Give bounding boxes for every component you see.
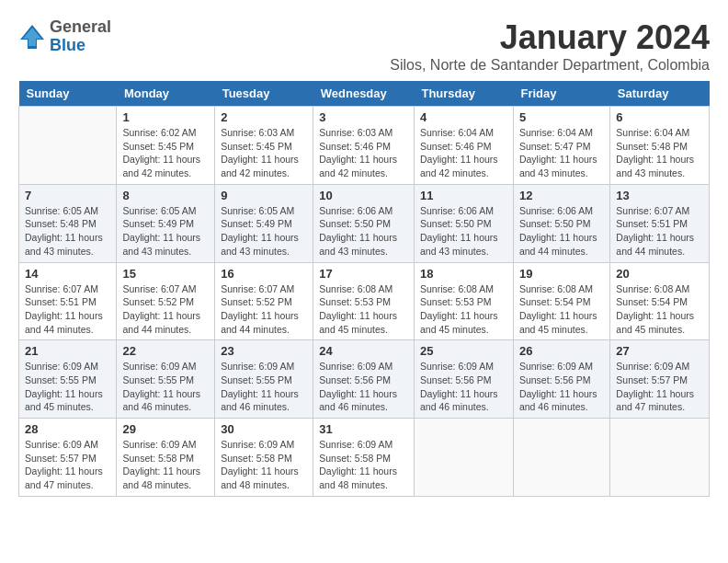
- day-info: Sunrise: 6:03 AM Sunset: 5:46 PM Dayligh…: [319, 126, 408, 180]
- calendar-cell: 4Sunrise: 6:04 AM Sunset: 5:46 PM Daylig…: [414, 107, 513, 185]
- logo-general: General: [50, 18, 111, 37]
- calendar-cell: 18Sunrise: 6:08 AM Sunset: 5:53 PM Dayli…: [414, 262, 513, 340]
- day-number: 13: [616, 189, 703, 202]
- day-number: 28: [25, 422, 110, 436]
- day-info: Sunrise: 6:07 AM Sunset: 5:51 PM Dayligh…: [25, 282, 110, 337]
- day-number: 7: [25, 189, 110, 202]
- calendar-cell: 6Sunrise: 6:04 AM Sunset: 5:48 PM Daylig…: [610, 107, 710, 185]
- day-number: 12: [519, 189, 604, 202]
- day-number: 8: [122, 189, 209, 202]
- day-number: 17: [319, 267, 408, 281]
- calendar-week-row: 28Sunrise: 6:09 AM Sunset: 5:57 PM Dayli…: [19, 419, 710, 497]
- day-info: Sunrise: 6:07 AM Sunset: 5:52 PM Dayligh…: [122, 282, 209, 337]
- calendar-cell: 22Sunrise: 6:09 AM Sunset: 5:55 PM Dayli…: [117, 340, 215, 419]
- calendar-cell: 19Sunrise: 6:08 AM Sunset: 5:54 PM Dayli…: [513, 262, 609, 340]
- day-info: Sunrise: 6:08 AM Sunset: 5:53 PM Dayligh…: [319, 282, 408, 337]
- calendar-week-row: 14Sunrise: 6:07 AM Sunset: 5:51 PM Dayli…: [19, 262, 710, 340]
- calendar-cell: [414, 419, 513, 497]
- calendar-cell: 8Sunrise: 6:05 AM Sunset: 5:49 PM Daylig…: [117, 184, 215, 262]
- day-info: Sunrise: 6:09 AM Sunset: 5:57 PM Dayligh…: [25, 438, 110, 492]
- day-info: Sunrise: 6:09 AM Sunset: 5:56 PM Dayligh…: [319, 360, 408, 414]
- header-day-tuesday: Tuesday: [215, 81, 313, 107]
- day-info: Sunrise: 6:09 AM Sunset: 5:58 PM Dayligh…: [221, 438, 307, 492]
- calendar-cell: 31Sunrise: 6:09 AM Sunset: 5:58 PM Dayli…: [313, 419, 415, 497]
- day-number: 26: [519, 344, 604, 358]
- day-info: Sunrise: 6:09 AM Sunset: 5:58 PM Dayligh…: [122, 438, 209, 492]
- day-info: Sunrise: 6:02 AM Sunset: 5:45 PM Dayligh…: [122, 126, 209, 180]
- header-day-monday: Monday: [117, 81, 215, 107]
- calendar-cell: 29Sunrise: 6:09 AM Sunset: 5:58 PM Dayli…: [117, 419, 215, 497]
- calendar-cell: 15Sunrise: 6:07 AM Sunset: 5:52 PM Dayli…: [117, 262, 215, 340]
- day-number: 1: [122, 110, 209, 124]
- day-number: 11: [420, 189, 507, 202]
- day-info: Sunrise: 6:09 AM Sunset: 5:57 PM Dayligh…: [616, 360, 703, 414]
- calendar-cell: [610, 419, 710, 497]
- day-number: 27: [616, 344, 703, 358]
- day-info: Sunrise: 6:09 AM Sunset: 5:56 PM Dayligh…: [420, 360, 507, 414]
- calendar-cell: 17Sunrise: 6:08 AM Sunset: 5:53 PM Dayli…: [313, 262, 415, 340]
- header-day-wednesday: Wednesday: [313, 81, 415, 107]
- day-info: Sunrise: 6:04 AM Sunset: 5:47 PM Dayligh…: [519, 126, 604, 180]
- day-number: 10: [319, 189, 408, 202]
- day-info: Sunrise: 6:07 AM Sunset: 5:52 PM Dayligh…: [221, 282, 307, 337]
- calendar-cell: 12Sunrise: 6:06 AM Sunset: 5:50 PM Dayli…: [513, 184, 609, 262]
- calendar-cell: 7Sunrise: 6:05 AM Sunset: 5:48 PM Daylig…: [19, 184, 117, 262]
- day-number: 25: [420, 344, 507, 358]
- calendar-cell: 11Sunrise: 6:06 AM Sunset: 5:50 PM Dayli…: [414, 184, 513, 262]
- day-info: Sunrise: 6:05 AM Sunset: 5:49 PM Dayligh…: [122, 204, 209, 259]
- day-info: Sunrise: 6:08 AM Sunset: 5:54 PM Dayligh…: [616, 282, 703, 337]
- day-number: 15: [122, 267, 209, 281]
- day-info: Sunrise: 6:08 AM Sunset: 5:54 PM Dayligh…: [519, 282, 604, 337]
- day-info: Sunrise: 6:09 AM Sunset: 5:58 PM Dayligh…: [319, 438, 408, 492]
- calendar-cell: 9Sunrise: 6:05 AM Sunset: 5:49 PM Daylig…: [215, 184, 313, 262]
- day-number: 18: [420, 267, 507, 281]
- calendar-cell: 14Sunrise: 6:07 AM Sunset: 5:51 PM Dayli…: [19, 262, 117, 340]
- calendar-week-row: 1Sunrise: 6:02 AM Sunset: 5:45 PM Daylig…: [19, 107, 710, 185]
- header-day-friday: Friday: [513, 81, 609, 107]
- day-number: 23: [221, 344, 307, 358]
- day-number: 31: [319, 422, 408, 436]
- page-container: General Blue January 2024 Silos, Norte d…: [18, 18, 710, 497]
- month-title: January 2024: [390, 18, 710, 57]
- header-day-thursday: Thursday: [414, 81, 513, 107]
- day-info: Sunrise: 6:04 AM Sunset: 5:46 PM Dayligh…: [420, 126, 507, 180]
- calendar-cell: 10Sunrise: 6:06 AM Sunset: 5:50 PM Dayli…: [313, 184, 415, 262]
- calendar-header-row: SundayMondayTuesdayWednesdayThursdayFrid…: [19, 81, 710, 107]
- day-number: 14: [25, 267, 110, 281]
- day-info: Sunrise: 6:06 AM Sunset: 5:50 PM Dayligh…: [319, 204, 408, 259]
- calendar-cell: 24Sunrise: 6:09 AM Sunset: 5:56 PM Dayli…: [313, 340, 415, 419]
- calendar-cell: 5Sunrise: 6:04 AM Sunset: 5:47 PM Daylig…: [513, 107, 609, 185]
- day-number: 9: [221, 189, 307, 202]
- header: General Blue January 2024 Silos, Norte d…: [18, 18, 710, 74]
- day-info: Sunrise: 6:04 AM Sunset: 5:48 PM Dayligh…: [616, 126, 703, 180]
- day-info: Sunrise: 6:08 AM Sunset: 5:53 PM Dayligh…: [420, 282, 507, 337]
- day-info: Sunrise: 6:09 AM Sunset: 5:55 PM Dayligh…: [122, 360, 209, 414]
- calendar-cell: 1Sunrise: 6:02 AM Sunset: 5:45 PM Daylig…: [117, 107, 215, 185]
- logo-text: General Blue: [50, 18, 111, 55]
- day-info: Sunrise: 6:03 AM Sunset: 5:45 PM Dayligh…: [221, 126, 307, 180]
- day-info: Sunrise: 6:09 AM Sunset: 5:56 PM Dayligh…: [519, 360, 604, 414]
- day-number: 24: [319, 344, 408, 358]
- day-number: 5: [519, 110, 604, 124]
- calendar-cell: 27Sunrise: 6:09 AM Sunset: 5:57 PM Dayli…: [610, 340, 710, 419]
- day-number: 30: [221, 422, 307, 436]
- day-number: 2: [221, 110, 307, 124]
- calendar-cell: 21Sunrise: 6:09 AM Sunset: 5:55 PM Dayli…: [19, 340, 117, 419]
- location-title: Silos, Norte de Santander Department, Co…: [390, 57, 710, 74]
- day-info: Sunrise: 6:09 AM Sunset: 5:55 PM Dayligh…: [25, 360, 110, 414]
- header-day-saturday: Saturday: [610, 81, 710, 107]
- calendar-cell: 28Sunrise: 6:09 AM Sunset: 5:57 PM Dayli…: [19, 419, 117, 497]
- day-number: 29: [122, 422, 209, 436]
- calendar-cell: 30Sunrise: 6:09 AM Sunset: 5:58 PM Dayli…: [215, 419, 313, 497]
- calendar-cell: 26Sunrise: 6:09 AM Sunset: 5:56 PM Dayli…: [513, 340, 609, 419]
- calendar-cell: 23Sunrise: 6:09 AM Sunset: 5:55 PM Dayli…: [215, 340, 313, 419]
- day-number: 19: [519, 267, 604, 281]
- calendar-cell: 20Sunrise: 6:08 AM Sunset: 5:54 PM Dayli…: [610, 262, 710, 340]
- calendar-cell: 13Sunrise: 6:07 AM Sunset: 5:51 PM Dayli…: [610, 184, 710, 262]
- logo: General Blue: [18, 18, 111, 55]
- day-number: 21: [25, 344, 110, 358]
- calendar-week-row: 21Sunrise: 6:09 AM Sunset: 5:55 PM Dayli…: [19, 340, 710, 419]
- day-number: 4: [420, 110, 507, 124]
- day-number: 16: [221, 267, 307, 281]
- day-info: Sunrise: 6:05 AM Sunset: 5:48 PM Dayligh…: [25, 204, 110, 259]
